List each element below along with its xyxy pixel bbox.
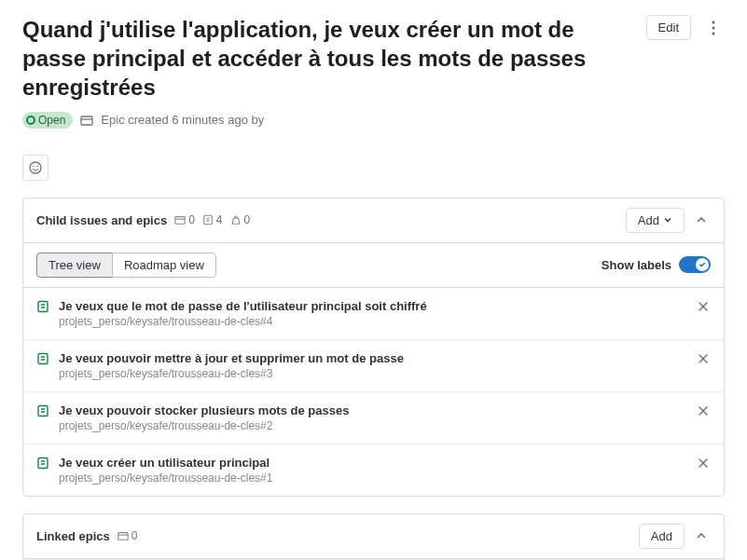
remove-child-button[interactable]	[696, 456, 711, 471]
linked-epics-panel: Linked epics 0 Add Link epics together t…	[22, 513, 725, 560]
show-labels-label: Show labels	[602, 258, 671, 272]
weight-count: 0	[230, 213, 251, 226]
weight-icon	[230, 214, 242, 225]
show-labels-toggle[interactable]	[679, 256, 711, 273]
svg-rect-9	[38, 301, 48, 311]
chevron-up-icon	[696, 530, 707, 541]
child-item-title[interactable]: Je veux pouvoir mettre à jour et supprim…	[59, 351, 686, 365]
svg-point-5	[33, 165, 35, 167]
svg-point-6	[36, 165, 38, 167]
page-title: Quand j'utilise l'application, je veux c…	[22, 15, 635, 102]
close-icon	[698, 301, 709, 312]
kebab-icon	[712, 20, 715, 35]
status-badge: Open	[22, 112, 73, 129]
svg-rect-11	[38, 405, 48, 416]
child-issues-label: Child issues and epics	[36, 213, 167, 227]
child-item-ref: projets_perso/keysafe/trousseau-de-cles#…	[59, 367, 686, 380]
roadmap-view-tab[interactable]: Roadmap view	[112, 253, 216, 278]
remove-child-button[interactable]	[696, 403, 711, 418]
issue-open-icon	[36, 404, 49, 420]
chevron-up-icon	[696, 214, 707, 225]
remove-child-button[interactable]	[696, 299, 711, 314]
epic-icon	[174, 214, 186, 225]
issue-count: 4	[202, 213, 223, 226]
child-item-title[interactable]: Je veux pouvoir stocker plusieurs mots d…	[59, 403, 686, 417]
collapse-children-button[interactable]	[692, 211, 711, 229]
child-item: Je veux créer un utilisateur principalpr…	[23, 444, 724, 496]
linked-epics-label: Linked epics	[36, 529, 110, 543]
meta-row: Open Epic created 6 minutes ago by	[22, 112, 725, 129]
child-item-ref: projets_perso/keysafe/trousseau-de-cles#…	[59, 471, 686, 485]
close-icon	[698, 458, 709, 469]
svg-point-4	[30, 162, 41, 173]
meta-line: Epic created 6 minutes ago by	[101, 113, 264, 127]
chevron-down-icon	[663, 215, 672, 225]
svg-rect-3	[81, 116, 92, 125]
status-text: Open	[38, 114, 65, 127]
add-reaction-button[interactable]	[22, 155, 48, 181]
svg-rect-8	[204, 215, 213, 224]
svg-rect-7	[175, 217, 185, 225]
svg-point-1	[712, 27, 715, 30]
more-actions-button[interactable]	[702, 15, 725, 41]
issue-icon	[202, 214, 214, 225]
epic-count: 0	[174, 213, 195, 226]
linked-epics-count: 0	[118, 529, 138, 542]
child-issues-panel: Child issues and epics 0 4 0 Add Tree vi…	[22, 198, 725, 497]
close-icon	[698, 405, 709, 417]
close-icon	[698, 353, 709, 364]
child-item: Je veux pouvoir mettre à jour et supprim…	[23, 339, 724, 391]
svg-point-0	[712, 21, 715, 24]
child-item-title[interactable]: Je veux créer un utilisateur principal	[59, 456, 686, 470]
view-segmented-control: Tree view Roadmap view	[36, 253, 216, 278]
smile-icon	[28, 160, 43, 175]
tree-view-tab[interactable]: Tree view	[36, 253, 112, 278]
child-item-ref: projets_perso/keysafe/trousseau-de-cles#…	[59, 419, 686, 432]
svg-point-2	[712, 33, 715, 35]
issue-open-icon	[36, 457, 49, 472]
collapse-linked-button[interactable]	[692, 526, 711, 545]
child-item-title[interactable]: Je veux que le mot de passe de l'utilisa…	[59, 299, 686, 313]
epic-icon	[80, 114, 93, 127]
child-item: Je veux pouvoir stocker plusieurs mots d…	[23, 391, 724, 444]
edit-button[interactable]: Edit	[646, 15, 691, 40]
open-status-icon	[26, 116, 35, 125]
check-icon	[699, 261, 706, 268]
svg-rect-12	[38, 458, 48, 468]
add-linked-epic-button[interactable]: Add	[639, 524, 685, 549]
svg-rect-13	[118, 533, 128, 540]
remove-child-button[interactable]	[696, 351, 711, 366]
child-item-ref: projets_perso/keysafe/trousseau-de-cles#…	[59, 315, 686, 328]
child-item: Je veux que le mot de passe de l'utilisa…	[23, 287, 724, 339]
epic-icon	[118, 530, 129, 541]
issue-open-icon	[36, 352, 49, 368]
issue-open-icon	[36, 300, 49, 316]
add-child-button[interactable]: Add	[626, 208, 685, 233]
svg-rect-10	[38, 353, 48, 363]
